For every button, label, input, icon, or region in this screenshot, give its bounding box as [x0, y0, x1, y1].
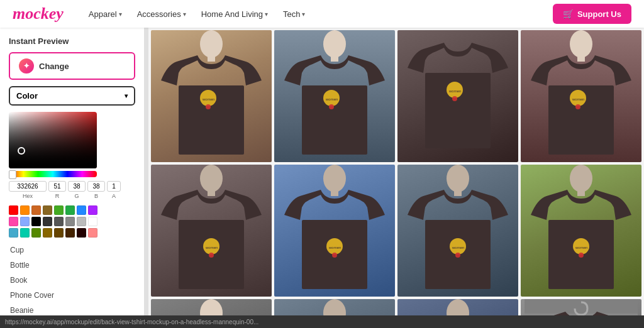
svg-rect-42 — [454, 189, 462, 196]
sidebar-list-item[interactable]: Book — [9, 273, 135, 288]
change-btn-label: Change — [39, 62, 69, 71]
color-swatch[interactable] — [20, 205, 30, 215]
color-swatch[interactable] — [43, 205, 52, 215]
svg-point-5 — [206, 104, 211, 109]
svg-point-20 — [570, 30, 592, 58]
svg-point-31 — [209, 253, 214, 258]
svg-point-24 — [575, 104, 580, 109]
grid-item[interactable]: women — [521, 299, 641, 315]
color-picker: Hex R G B A — [9, 112, 135, 199]
svg-text:women: women — [452, 246, 464, 249]
color-swatch[interactable] — [9, 217, 18, 226]
svg-rect-21 — [577, 54, 585, 62]
nav-label-apparel: Apparel — [89, 9, 117, 19]
svg-text:women: women — [448, 89, 461, 93]
sidebar: Instant Preview ✦ Change Color ▾ — [0, 28, 145, 315]
hex-input[interactable] — [9, 181, 47, 192]
hex-label: Hex — [9, 193, 47, 199]
dropdown-arrow-icon: ▾ — [125, 92, 128, 99]
change-button[interactable]: ✦ Change — [9, 52, 135, 80]
color-dropdown[interactable]: Color ▾ — [9, 86, 135, 106]
header: mockey Apparel ▾ Accessories ▾ Home And … — [0, 0, 644, 28]
sidebar-list-item[interactable]: Bottle — [9, 258, 135, 273]
logo[interactable]: mockey — [13, 4, 64, 23]
svg-point-17 — [452, 96, 457, 101]
sidebar-list-item[interactable]: Phone Cover — [9, 288, 135, 303]
color-swatch[interactable] — [9, 228, 18, 238]
grid-item[interactable]: women — [151, 165, 272, 297]
svg-point-27 — [200, 165, 223, 192]
color-swatch[interactable] — [54, 228, 64, 238]
b-label: B — [87, 193, 105, 199]
svg-text:women: women — [202, 97, 214, 101]
svg-point-41 — [447, 165, 469, 192]
nav-item-accessories[interactable]: Accessories ▾ — [131, 6, 192, 23]
grid-item[interactable]: women — [521, 30, 641, 162]
change-icon: ✦ — [19, 58, 34, 74]
hue-bar[interactable] — [9, 171, 97, 177]
color-dropdown-label: Color — [16, 91, 38, 101]
r-input[interactable] — [48, 181, 66, 192]
nav-label-accessories: Accessories — [137, 9, 181, 19]
color-cursor[interactable] — [18, 147, 25, 155]
color-swatch[interactable] — [43, 217, 52, 226]
color-swatch[interactable] — [77, 205, 86, 215]
grid-item[interactable]: women — [274, 30, 395, 162]
g-input[interactable] — [68, 181, 86, 192]
nav-item-tech[interactable]: Tech ▾ — [277, 6, 311, 23]
grid-item[interactable]: women — [397, 299, 518, 315]
color-swatch[interactable] — [31, 228, 41, 238]
color-swatch[interactable] — [20, 217, 30, 226]
svg-text:women: women — [328, 246, 341, 249]
color-swatch[interactable] — [88, 205, 97, 215]
chevron-down-icon: ▾ — [302, 11, 305, 18]
sidebar-list-item[interactable]: Beanie — [9, 303, 135, 315]
color-swatch[interactable] — [65, 228, 75, 238]
color-swatch[interactable] — [65, 217, 75, 226]
color-swatch[interactable] — [31, 205, 41, 215]
main-content: Instant Preview ✦ Change Color ▾ — [0, 28, 644, 315]
svg-point-48 — [570, 165, 592, 192]
color-gradient-picker[interactable] — [9, 112, 97, 168]
color-swatch[interactable] — [31, 217, 41, 226]
grid-item[interactable]: women — [151, 299, 272, 315]
grid-item[interactable]: women — [274, 299, 395, 315]
svg-point-52 — [579, 253, 584, 258]
svg-rect-49 — [577, 189, 585, 196]
grid-item[interactable]: women — [397, 165, 518, 297]
b-input[interactable] — [87, 181, 105, 192]
grid-item[interactable]: women — [151, 30, 272, 162]
statusbar: https://mockey.ai/app/mockup/edit/back-v… — [0, 315, 644, 328]
svg-text:women: women — [572, 97, 584, 101]
grid-item[interactable]: women — [521, 165, 641, 297]
svg-rect-9 — [331, 54, 338, 62]
color-inputs — [9, 181, 135, 192]
color-swatch[interactable] — [88, 228, 97, 238]
support-button[interactable]: 🛒 Support Us — [553, 4, 631, 24]
color-swatch[interactable] — [88, 217, 97, 226]
grid-item[interactable]: women — [397, 30, 518, 162]
svg-text:women: women — [325, 97, 338, 101]
svg-rect-35 — [331, 189, 338, 196]
color-swatch[interactable] — [77, 217, 86, 226]
color-swatch[interactable] — [54, 205, 64, 215]
color-swatch[interactable] — [54, 217, 64, 226]
support-btn-label: Support Us — [577, 9, 621, 19]
svg-point-45 — [455, 253, 460, 258]
color-swatch[interactable] — [65, 205, 75, 215]
a-input[interactable] — [107, 181, 121, 192]
g-label: G — [68, 193, 86, 199]
sidebar-list-item[interactable]: Cup — [9, 243, 135, 258]
color-swatch[interactable] — [20, 228, 30, 238]
grid-item[interactable]: women — [274, 165, 395, 297]
color-swatch[interactable] — [9, 205, 18, 215]
svg-text:women: women — [205, 246, 218, 249]
color-swatch[interactable] — [77, 228, 86, 238]
color-swatch[interactable] — [43, 228, 52, 238]
svg-point-8 — [323, 30, 346, 58]
nav-label-home-living: Home And Living — [201, 9, 263, 19]
nav-item-apparel[interactable]: Apparel ▾ — [82, 6, 128, 23]
cart-icon: 🛒 — [563, 9, 574, 19]
nav-item-home-living[interactable]: Home And Living ▾ — [195, 6, 274, 23]
color-labels: Hex R G B A — [9, 193, 135, 199]
